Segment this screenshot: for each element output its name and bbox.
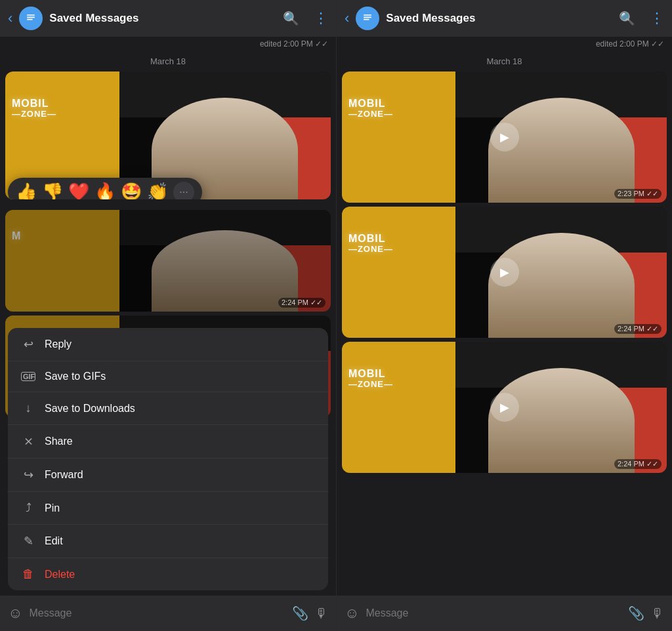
gif-message-r1[interactable]: GIF MOBIL—ZONE— ▶ 2:23 PM ✓✓ xyxy=(342,71,667,203)
gif-message-1[interactable]: GIF MOBIL—ZONE— 👍 👎 ❤️ 🔥 xyxy=(5,71,331,199)
attach-button-right[interactable]: 📎 xyxy=(628,605,644,621)
mic-button[interactable]: 🎙 xyxy=(315,606,328,621)
edit-icon: ✎ xyxy=(21,534,35,548)
gif-thumbnail-r2: MOBIL—ZONE— ▶ xyxy=(342,207,667,338)
reaction-more-button[interactable]: ··· xyxy=(173,182,194,199)
context-menu: ↩ Reply GIF Save to GIFs ↓ Save to Downl… xyxy=(8,328,328,590)
reaction-fire[interactable]: 🔥 xyxy=(94,182,116,199)
message-input[interactable] xyxy=(29,607,285,619)
gif-message-r2[interactable]: GIF MOBIL—ZONE— ▶ 2:24 PM ✓✓ xyxy=(342,207,667,338)
play-button-r3[interactable]: ▶ xyxy=(490,393,519,422)
header-right: ‹ Saved Messages 🔍 ⋮ xyxy=(337,0,672,37)
ctx-reply-label: Reply xyxy=(45,338,72,350)
msg-time-2: 2:24 PM ✓✓ xyxy=(278,298,326,308)
ctx-edit-label: Edit xyxy=(45,535,63,547)
ctx-delete-label: Delete xyxy=(45,569,75,580)
msg-time-r1: 2:23 PM ✓✓ xyxy=(614,189,662,199)
edited-bar: edited 2:00 PM ✓✓ xyxy=(0,37,336,51)
ctx-save-gifs-label: Save to GIFs xyxy=(45,371,106,382)
date-separator: March 18 xyxy=(0,51,336,71)
ctx-pin-label: Pin xyxy=(45,502,60,514)
ctx-save-downloads-label: Save to Downloads xyxy=(45,403,135,415)
play-button-r1[interactable]: ▶ xyxy=(490,123,519,152)
page-title-right: Saved Messages xyxy=(386,12,604,25)
reaction-popup[interactable]: 👍 👎 ❤️ 🔥 🤩 👏 ··· xyxy=(8,178,202,199)
msg-time-r2: 2:24 PM ✓✓ xyxy=(614,324,662,334)
ctx-edit[interactable]: ✎ Edit xyxy=(8,525,328,558)
chat-area-right: March 18 GIF MOBIL—ZONE— ▶ 2:23 PM ✓✓ xyxy=(337,51,672,596)
message-input-right[interactable] xyxy=(366,607,621,619)
attach-button[interactable]: 📎 xyxy=(292,605,308,621)
gif-thumbnail-r3: MOBIL—ZONE— ▶ xyxy=(342,342,667,473)
gif-thumbnail-r1: MOBIL—ZONE— ▶ xyxy=(342,71,667,203)
gif-icon: GIF xyxy=(21,372,35,381)
more-icon[interactable]: ⋮ xyxy=(314,10,328,27)
forward-icon: ↪ xyxy=(21,468,35,482)
messages-list-left: GIF MOBIL—ZONE— 👍 👎 ❤️ 🔥 xyxy=(0,71,336,596)
left-panel: ‹ Saved Messages 🔍 ⋮ edited 2:00 PM ✓✓ M… xyxy=(0,0,336,631)
reaction-heart[interactable]: ❤️ xyxy=(68,182,89,199)
header-left: ‹ Saved Messages 🔍 ⋮ xyxy=(0,0,336,37)
ctx-share-label: Share xyxy=(45,436,73,447)
download-icon: ↓ xyxy=(21,401,35,415)
mic-button-right[interactable]: 🎙 xyxy=(651,606,664,621)
avatar-right xyxy=(356,7,379,30)
messages-list-right: GIF MOBIL—ZONE— ▶ 2:23 PM ✓✓ GIF xyxy=(337,71,672,596)
pin-icon: ⤴ xyxy=(21,501,35,515)
bottom-bar-right: ☺ 📎 🎙 xyxy=(337,596,672,631)
reaction-thumbsdown[interactable]: 👎 xyxy=(42,182,63,199)
delete-icon: 🗑 xyxy=(21,567,35,581)
page-title: Saved Messages xyxy=(49,12,268,25)
gif-thumbnail-2: M xyxy=(5,210,331,312)
reply-icon: ↩ xyxy=(21,337,35,352)
ctx-reply[interactable]: ↩ Reply xyxy=(8,328,328,361)
emoji-button[interactable]: ☺ xyxy=(8,605,22,622)
ctx-pin[interactable]: ⤴ Pin xyxy=(8,492,328,525)
ctx-share[interactable]: ⨯ Share xyxy=(8,425,328,458)
search-icon-right[interactable]: 🔍 xyxy=(619,10,635,26)
share-icon: ⨯ xyxy=(21,434,35,449)
back-button-right[interactable]: ‹ xyxy=(345,10,349,27)
search-icon[interactable]: 🔍 xyxy=(283,10,299,26)
date-separator-right: March 18 xyxy=(337,51,672,71)
ctx-forward[interactable]: ↪ Forward xyxy=(8,458,328,492)
gif-message-2[interactable]: GIF M 2:24 PM ✓✓ xyxy=(5,210,331,312)
ctx-save-gifs[interactable]: GIF Save to GIFs xyxy=(8,361,328,392)
play-button-r2[interactable]: ▶ xyxy=(490,258,519,287)
right-panel: ‹ Saved Messages 🔍 ⋮ edited 2:00 PM ✓✓ M… xyxy=(336,0,672,631)
edited-bar-right: edited 2:00 PM ✓✓ xyxy=(337,37,672,51)
more-icon-right[interactable]: ⋮ xyxy=(650,10,664,27)
ctx-delete[interactable]: 🗑 Delete xyxy=(8,558,328,590)
msg-time-r3: 2:24 PM ✓✓ xyxy=(614,459,662,469)
ctx-save-downloads[interactable]: ↓ Save to Downloads xyxy=(8,392,328,425)
emoji-button-right[interactable]: ☺ xyxy=(345,605,359,622)
ctx-forward-label: Forward xyxy=(45,469,83,481)
bottom-bar-left: ☺ 📎 🎙 xyxy=(0,596,336,631)
gif-message-r3[interactable]: GIF MOBIL—ZONE— ▶ 2:24 PM ✓✓ xyxy=(342,342,667,473)
reaction-clap[interactable]: 👏 xyxy=(147,182,168,199)
chat-area-left: March 18 GIF MOBIL—ZONE— 👍 xyxy=(0,51,336,596)
back-button[interactable]: ‹ xyxy=(8,10,12,27)
avatar xyxy=(19,7,43,30)
reaction-thumbsup[interactable]: 👍 xyxy=(16,182,37,199)
reaction-star-eyes[interactable]: 🤩 xyxy=(121,182,142,199)
